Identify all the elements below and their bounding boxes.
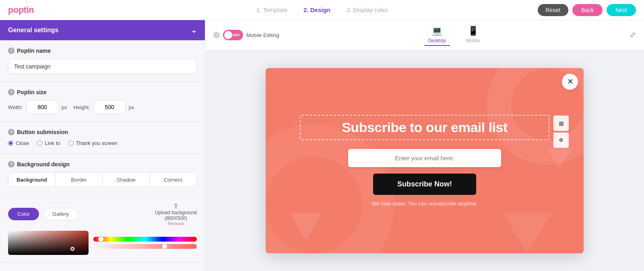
button-submission-section: ? Button submission Close Link to Thank … <box>0 122 205 154</box>
color-gallery-row: Color Gallery ⇧ Upload background (800X5… <box>8 202 197 226</box>
tab-border[interactable]: Border <box>56 173 103 187</box>
upload-size: (800X500) <box>165 215 187 221</box>
bg-tab-row: Background Border Shadow Corners <box>8 172 197 187</box>
nav-step-3: 3. Display rules <box>347 6 388 13</box>
subscribe-btn-wrap: Subscribe Now! <box>300 174 549 195</box>
size-row: Width: px Height: px <box>8 100 197 114</box>
radio-link-to[interactable]: Link to <box>37 140 60 146</box>
help-icon-btn: ? <box>8 129 14 135</box>
panel-header-title: General settings <box>8 27 58 34</box>
radio-close[interactable]: Close <box>8 140 29 146</box>
reset-button[interactable]: Reset <box>538 4 569 16</box>
poptin-size-section: ? Poptin size Width: px Height: px <box>0 82 205 122</box>
top-nav: poptin 1. Template 2. Design 3. Display … <box>0 0 644 20</box>
popup-content: Subscribe to our email list ▦ ✥ Subscrib… <box>300 115 549 207</box>
title-toolbar: ▦ ✥ <box>553 116 569 148</box>
tab-background[interactable]: Background <box>8 173 56 187</box>
help-icon-size: ? <box>8 89 14 95</box>
nav-step-2: 2. Design <box>303 6 330 13</box>
height-group: Height: px <box>74 100 134 114</box>
help-icon-toggle: ? <box>213 32 220 38</box>
color-gradient-inner <box>8 231 89 255</box>
color-gallery-section: Color Gallery ⇧ Upload background (800X5… <box>0 195 205 263</box>
nav-steps: 1. Template 2. Design 3. Display rules <box>256 6 388 13</box>
color-gradient-handle[interactable] <box>70 247 74 251</box>
mobile-icon: 📱 <box>468 26 479 36</box>
bg-triangle-1 <box>290 213 322 241</box>
right-panel: ? Mobile Editing 💻 Desktop 📱 Mobile ⇕ <box>205 20 644 271</box>
bg-triangle-2 <box>503 213 551 253</box>
height-px: px <box>129 104 134 110</box>
height-label: Height: <box>74 104 90 110</box>
bg-design-section: ? Background design Background Border Sh… <box>0 154 205 195</box>
width-group: Width: px <box>8 100 67 114</box>
email-input[interactable] <box>348 149 501 167</box>
gallery-button[interactable]: Gallery <box>43 208 78 220</box>
device-tabs: 💻 Desktop 📱 Mobile <box>424 24 484 46</box>
resize-icon[interactable]: ✥ <box>553 132 569 148</box>
popup-title-box[interactable]: Subscribe to our email list ▦ ✥ <box>300 115 549 140</box>
upload-background-button[interactable]: ⇧ Upload background (800X500) Remove <box>155 202 197 226</box>
radio-row: Close Link to Thank you screen <box>8 140 197 146</box>
tab-corners[interactable]: Corners <box>150 173 196 187</box>
mobile-editing-toggle[interactable] <box>223 30 243 40</box>
color-picker-area <box>8 231 197 255</box>
toggle-wrap: ? Mobile Editing <box>213 30 279 40</box>
bg-triangle-3 <box>547 149 572 169</box>
width-label: Width: <box>8 104 23 110</box>
chevron-down-icon: ⌄ <box>191 26 197 35</box>
poptin-name-section: ? Poptin name <box>0 40 205 82</box>
popup-title: Subscribe to our email list <box>309 120 541 135</box>
nav-step-1: 1. Template <box>256 6 287 13</box>
canvas-toolbar: ? Mobile Editing 💻 Desktop 📱 Mobile ⇕ <box>205 20 644 50</box>
device-tab-mobile[interactable]: 📱 Mobile <box>462 24 484 46</box>
width-px: px <box>62 104 67 110</box>
radio-thank-you[interactable]: Thank you screen <box>68 140 118 146</box>
canvas-area: ✕ Subscribe to our email list ▦ ✥ <box>205 50 644 271</box>
color-button[interactable]: Color <box>8 208 39 220</box>
help-icon: ? <box>8 48 14 54</box>
alpha-slider[interactable] <box>93 244 197 249</box>
device-tab-desktop[interactable]: 💻 Desktop <box>424 24 450 46</box>
width-input[interactable] <box>26 100 58 114</box>
mobile-editing-label: Mobile Editing <box>246 32 279 38</box>
next-button[interactable]: Next <box>607 4 636 16</box>
popup-preview: ✕ Subscribe to our email list ▦ ✥ <box>266 68 584 253</box>
upload-icon: ⇧ <box>173 202 178 210</box>
color-gradient[interactable] <box>8 231 89 255</box>
logo: poptin <box>8 5 34 15</box>
email-input-wrap <box>300 149 549 167</box>
left-panel: General settings ⌄ ? Poptin name ? Popti… <box>0 20 205 271</box>
button-submission-label: ? Button submission <box>8 129 197 135</box>
remove-label[interactable]: Remove <box>167 221 184 226</box>
nav-buttons: Reset Back Next <box>538 4 636 16</box>
subscribe-button[interactable]: Subscribe Now! <box>373 174 476 195</box>
expand-icon[interactable]: ⇕ <box>627 29 638 41</box>
popup-close-button[interactable]: ✕ <box>562 74 578 90</box>
poptin-name-input[interactable] <box>8 59 197 74</box>
logo-text: poptin <box>8 5 34 15</box>
height-input[interactable] <box>93 100 126 114</box>
rainbow-slider[interactable] <box>93 237 197 242</box>
spam-text: We hate spam. You can unsubscribe anytim… <box>300 201 549 207</box>
main-layout: General settings ⌄ ? Poptin name ? Popti… <box>0 20 644 271</box>
toggle-slider <box>223 30 243 40</box>
poptin-name-label: ? Poptin name <box>8 48 197 54</box>
help-icon-bg: ? <box>8 161 14 168</box>
desktop-icon: 💻 <box>431 26 442 36</box>
back-button[interactable]: Back <box>572 4 603 16</box>
tab-shadow[interactable]: Shadow <box>103 173 150 187</box>
color-sliders <box>93 231 197 255</box>
panel-header: General settings ⌄ <box>0 20 205 40</box>
poptin-size-label: ? Poptin size <box>8 89 197 95</box>
bg-design-label: ? Background design <box>8 161 197 168</box>
copy-icon[interactable]: ▦ <box>553 116 569 131</box>
